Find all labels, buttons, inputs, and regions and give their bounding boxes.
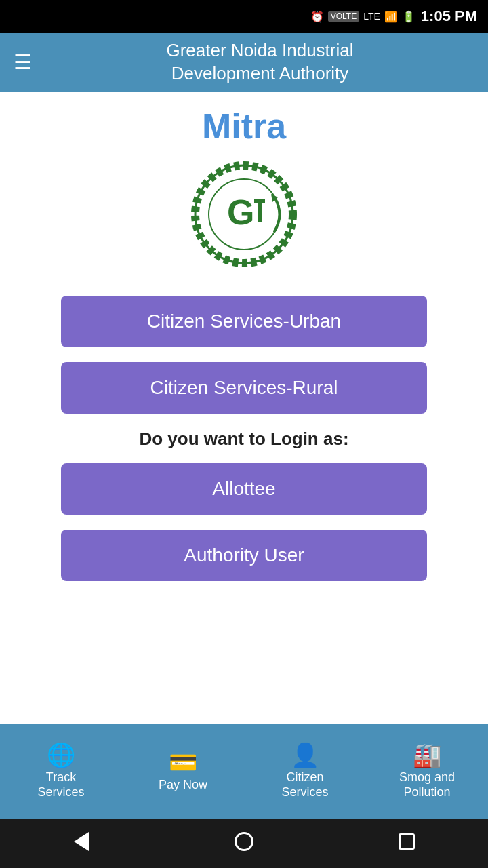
citizen-services-rural-button[interactable]: Citizen Services-Rural <box>61 362 427 414</box>
login-prompt-text: Do you want to Login as: <box>139 429 348 450</box>
app-title: Mitra <box>202 106 286 146</box>
pay-now-icon: 💳 <box>169 751 197 774</box>
hamburger-menu-icon[interactable]: ☰ <box>14 52 32 73</box>
citizen-services-icon: 👤 <box>291 743 319 766</box>
allottee-button[interactable]: Allottee <box>61 463 427 515</box>
svg-rect-6 <box>254 199 265 203</box>
recents-icon <box>399 833 415 850</box>
smog-pollution-icon: 🏭 <box>413 743 441 766</box>
back-icon <box>74 832 89 851</box>
bottom-navigation: 🌐 TrackServices 💳 Pay Now 👤 CitizenServi… <box>0 724 488 819</box>
alarm-icon: ⏰ <box>310 10 324 23</box>
smog-pollution-label: Smog andPollution <box>399 770 455 800</box>
nav-item-pay-now[interactable]: 💳 Pay Now <box>122 724 244 819</box>
volte-badge: VOLTE <box>328 11 359 22</box>
status-bar: ⏰ VOLTE LTE 📶 🔋 1:05 PM <box>0 0 488 33</box>
svg-text:G: G <box>227 193 254 232</box>
main-content: Mitra G Citizen Services-Urban Citizen S… <box>0 92 488 724</box>
signal-icon: 📶 <box>384 10 398 23</box>
svg-rect-5 <box>258 202 262 222</box>
time-display: 1:05 PM <box>421 7 477 25</box>
citizen-services-urban-button[interactable]: Citizen Services-Urban <box>61 296 427 347</box>
status-icons: ⏰ VOLTE LTE 📶 🔋 <box>310 10 415 23</box>
track-services-icon: 🌐 <box>47 743 75 766</box>
track-services-label: TrackServices <box>37 770 84 800</box>
logo-svg: G <box>190 160 298 269</box>
home-icon <box>235 832 253 851</box>
app-header: ☰ Greater Noida IndustrialDevelopment Au… <box>0 33 488 92</box>
back-button[interactable] <box>64 832 98 856</box>
recents-button[interactable] <box>390 833 424 854</box>
nav-item-smog-pollution[interactable]: 🏭 Smog andPollution <box>366 724 488 819</box>
header-title: Greater Noida IndustrialDevelopment Auth… <box>45 39 474 85</box>
system-nav-bar <box>0 819 488 868</box>
nav-item-track-services[interactable]: 🌐 TrackServices <box>0 724 122 819</box>
nav-item-citizen-services[interactable]: 👤 CitizenServices <box>244 724 366 819</box>
battery-icon: 🔋 <box>402 10 415 23</box>
app-logo: G <box>183 153 305 275</box>
citizen-services-label: CitizenServices <box>281 770 328 800</box>
authority-user-button[interactable]: Authority User <box>61 530 427 581</box>
lte-icon: LTE <box>363 11 380 22</box>
pay-now-label: Pay Now <box>159 778 207 793</box>
home-button[interactable] <box>227 832 261 856</box>
